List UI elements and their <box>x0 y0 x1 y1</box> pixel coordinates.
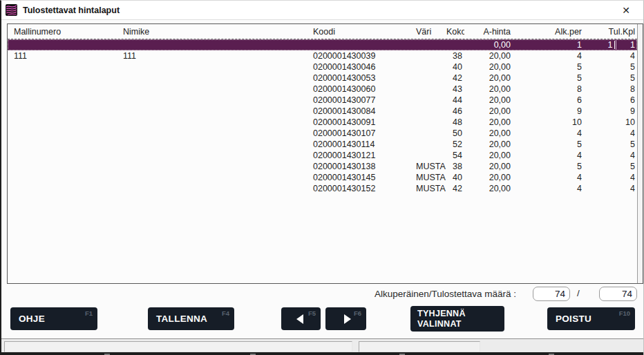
selected-table-row[interactable]: 0,00 1 1 1 <box>8 39 637 50</box>
cell-vari <box>410 128 446 139</box>
table-row[interactable]: 11111102000014300393820,0044 <box>8 50 637 61</box>
price-tag-table: Mallinumero Nimike Koodi Väri Koko A-hin… <box>7 23 643 284</box>
table-body: 11111102000014300393820,0044020000143004… <box>8 50 637 194</box>
cell-koko: 40 <box>446 61 464 73</box>
cell-mallinumero <box>8 183 117 194</box>
cell-nimike <box>117 139 306 150</box>
cell-nimike: 111 <box>117 50 306 61</box>
cell-nimike <box>117 183 306 194</box>
original-count-input[interactable]: 74 <box>533 287 570 301</box>
cell-koko: 43 <box>446 84 464 95</box>
cell-koko: 54 <box>446 150 464 161</box>
table-row[interactable]: 02000014300464020,0055 <box>8 61 637 73</box>
previous-button[interactable]: F5 <box>281 307 321 330</box>
vertical-scrollbar[interactable] <box>637 24 643 283</box>
cell-alk-per: 5 <box>513 73 584 84</box>
cell-vari <box>410 106 446 117</box>
cell-alk-per: 4 <box>513 150 584 161</box>
table-row[interactable]: 0200001430138MUSTA3820,0055 <box>8 161 637 172</box>
cell-alk-per: 4 <box>513 183 584 194</box>
cell-a-hinta: 20,00 <box>464 95 513 106</box>
cell-vari <box>410 139 446 150</box>
clear-selections-button[interactable]: TYHJENNÄ VALINNAT <box>410 306 504 332</box>
cell-tul-kpl: 5 <box>584 161 637 172</box>
window-bottom-edge <box>1 352 643 355</box>
header-a-hinta[interactable]: A-hinta <box>464 27 513 37</box>
table-row[interactable]: 0200001430152MUSTA4220,0044 <box>8 183 637 194</box>
cell-vari <box>410 73 446 84</box>
cell-koodi: 0200001430152 <box>306 183 410 194</box>
table-row[interactable]: 02000014300844620,0099 <box>8 106 637 117</box>
cell-koodi: 0200001430107 <box>306 128 410 139</box>
cell-vari: MUSTA <box>410 172 446 183</box>
cell-nimike <box>117 106 306 117</box>
cell-vari: MUSTA <box>410 183 446 194</box>
cell-alk-per: 5 <box>513 139 584 150</box>
save-fkey-label: F4 <box>222 309 229 317</box>
cell-tul-kpl: 5 <box>584 139 637 150</box>
text-caret <box>614 41 616 49</box>
cell-koodi: 0200001430121 <box>306 150 410 161</box>
cell-mallinumero <box>8 106 117 117</box>
cell-mallinumero <box>8 128 117 139</box>
cell-a-hinta: 20,00 <box>464 84 513 95</box>
cell-a-hinta: 20,00 <box>464 150 513 161</box>
app-logo-icon[interactable] <box>6 4 17 16</box>
arrow-right-icon <box>344 314 351 324</box>
cell-a-hinta: 20,00 <box>464 50 513 61</box>
cell-koodi: 0200001430039 <box>306 50 410 61</box>
cell-koko: 40 <box>446 172 464 183</box>
header-nimike[interactable]: Nimike <box>117 27 306 37</box>
cell-nimike <box>117 172 306 183</box>
header-alk-per[interactable]: Alk.per <box>513 27 584 37</box>
cell-tul-kpl: 4 <box>584 50 637 61</box>
table-header-row: Mallinumero Nimike Koodi Väri Koko A-hin… <box>8 24 637 39</box>
cell-tul-kpl: 4 <box>584 172 637 183</box>
exit-button[interactable]: POISTU F10 <box>547 307 635 330</box>
header-mallinumero[interactable]: Mallinumero <box>8 27 117 37</box>
next-button[interactable]: F6 <box>325 307 366 330</box>
cell-vari <box>410 50 446 61</box>
cell-koodi: 0200001430138 <box>306 161 410 172</box>
cell-vari <box>410 95 446 106</box>
printable-count-input[interactable]: 74 <box>599 287 637 301</box>
cell-mallinumero <box>8 84 117 95</box>
cell-koodi: 0200001430060 <box>306 84 410 95</box>
table-row[interactable]: 02000014300534220,0055 <box>8 73 637 84</box>
table-row[interactable]: 02000014301145220,0055 <box>8 139 637 150</box>
cell-tul-kpl: 4 <box>584 183 637 194</box>
cell-mallinumero <box>8 150 117 161</box>
cell-tul-kpl: 5 <box>584 61 637 73</box>
header-tul-kpl[interactable]: Tul.Kpl <box>584 27 637 37</box>
cell-koko: 50 <box>446 128 464 139</box>
cell-a-hinta: 20,00 <box>464 183 513 194</box>
table-row[interactable]: 02000014301215420,0044 <box>8 150 637 161</box>
cell-vari: MUSTA <box>410 161 446 172</box>
header-koodi[interactable]: Koodi <box>306 27 410 37</box>
table-row[interactable]: 02000014300914820,001010 <box>8 117 637 128</box>
header-vari[interactable]: Väri <box>410 27 446 37</box>
cell-alk-per: 4 <box>513 50 584 61</box>
cell-alk-per: 10 <box>513 117 584 128</box>
help-button[interactable]: OHJE F1 <box>10 307 97 330</box>
close-icon[interactable]: ✕ <box>616 1 636 20</box>
table-row[interactable]: 0200001430145MUSTA4020,0044 <box>8 172 637 183</box>
cell-koko: 42 <box>446 73 464 84</box>
cell-nimike <box>117 117 306 128</box>
cell-koko: 46 <box>446 106 464 117</box>
previous-fkey-label: F5 <box>308 309 316 317</box>
cell-nimike <box>117 150 306 161</box>
save-button[interactable]: TALLENNA F4 <box>148 307 234 330</box>
title-bar[interactable]: Tulostettavat hintalaput ✕ <box>1 1 643 20</box>
cell-a-hinta: 20,00 <box>464 161 513 172</box>
table-row[interactable]: 02000014300774420,0066 <box>8 95 637 106</box>
cell-a-hinta: 20,00 <box>464 172 513 183</box>
table-row[interactable]: 02000014300604320,0088 <box>8 84 637 95</box>
quantity-edit-cell[interactable]: 1 <box>591 39 616 50</box>
cell-koodi: 0200001430145 <box>306 172 410 183</box>
table-row[interactable]: 02000014301075020,0044 <box>8 128 637 139</box>
cell-nimike <box>117 161 306 172</box>
header-koko[interactable]: Koko <box>446 27 464 37</box>
cell-mallinumero <box>8 117 117 128</box>
cell-vari <box>410 117 446 128</box>
